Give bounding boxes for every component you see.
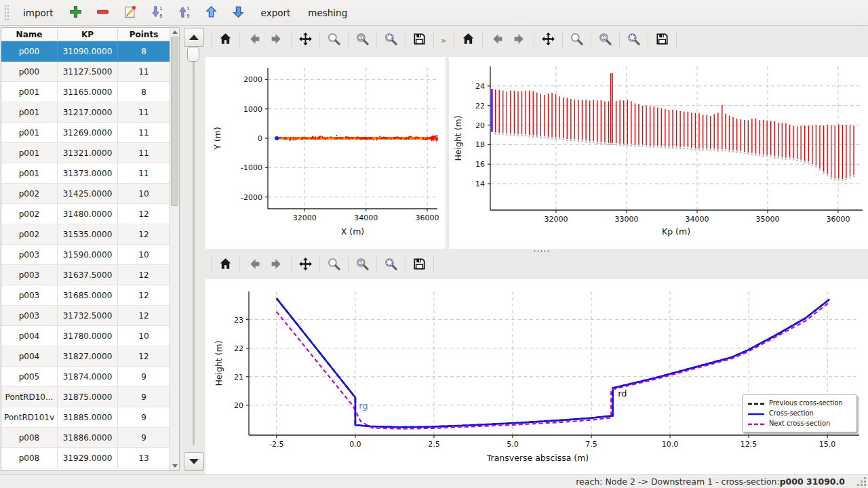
table-row[interactable]: p00131217.000011 [1, 102, 170, 123]
cell-name[interactable]: p003 [1, 265, 58, 285]
table-row[interactable]: p00031090.00008 [1, 41, 170, 62]
profile-chart-canvas[interactable]: 3200033000340003500036000141618202224Kp … [449, 57, 868, 249]
add-cross-section-button[interactable] [66, 3, 86, 23]
zoom-one-button[interactable]: 1 [594, 29, 616, 52]
cell-name[interactable]: p004 [1, 326, 58, 346]
move-down-button[interactable] [229, 3, 249, 23]
meshing-button[interactable]: meshing [302, 5, 353, 21]
next-section-button[interactable] [184, 452, 204, 471]
splitter-handle[interactable] [533, 249, 551, 253]
cell-points[interactable]: 12 [118, 285, 170, 305]
zoom-fit-button[interactable] [380, 29, 402, 52]
cell-kp[interactable]: 31090.0000 [58, 41, 118, 61]
cell-points[interactable]: 9 [118, 428, 170, 447]
cell-name[interactable]: p002 [1, 184, 58, 203]
cell-points[interactable]: 8 [118, 82, 170, 102]
cell-kp[interactable]: 31885.0000 [58, 407, 118, 427]
table-row[interactable]: p00531874.00009 [1, 367, 170, 387]
pan-button[interactable] [294, 29, 317, 52]
table-row[interactable]: PontRD101v31885.00009 [1, 407, 170, 428]
cell-points[interactable]: 11 [118, 123, 170, 142]
cell-kp[interactable]: 31127.5000 [58, 62, 118, 81]
cell-name[interactable]: p003 [1, 245, 58, 264]
cell-name[interactable]: p005 [1, 367, 58, 386]
forward-button[interactable] [509, 29, 531, 52]
cell-name[interactable]: p008 [1, 448, 58, 468]
home-button[interactable] [214, 254, 237, 277]
table-row[interactable]: p00431827.000012 [1, 346, 170, 367]
toolbar-grip[interactable] [4, 4, 9, 22]
cell-name[interactable]: p000 [1, 41, 58, 61]
table-row[interactable]: p00131321.000011 [1, 143, 170, 163]
section-slider-track[interactable] [193, 48, 195, 445]
cell-points[interactable]: 10 [118, 184, 170, 203]
zoom-button[interactable] [323, 254, 345, 277]
cell-points[interactable]: 10 [118, 326, 170, 346]
resize-grip[interactable] [864, 484, 866, 486]
table-row[interactable]: p00231535.000012 [1, 224, 170, 245]
cell-kp[interactable]: 31590.0000 [58, 245, 118, 264]
cell-kp[interactable]: 31217.0000 [58, 102, 118, 122]
forward-button[interactable] [266, 29, 288, 52]
scroll-up-icon[interactable] [170, 28, 179, 36]
cell-kp[interactable]: 31874.0000 [58, 367, 118, 386]
export-button[interactable]: export [256, 5, 296, 21]
table-row[interactable]: p00231425.000010 [1, 184, 170, 204]
toolbar-overflow-button[interactable]: » [437, 35, 450, 45]
table-row[interactable]: p00231480.000012 [1, 204, 170, 224]
cell-name[interactable]: p001 [1, 102, 58, 122]
table-row[interactable]: p00331590.000010 [1, 245, 170, 265]
section-slider-thumb[interactable] [187, 47, 199, 62]
column-header-kp[interactable]: KP [58, 28, 118, 41]
pan-button[interactable] [294, 254, 317, 277]
cell-name[interactable]: p004 [1, 346, 58, 366]
table-scrollbar[interactable] [170, 28, 179, 470]
cell-kp[interactable]: 31929.0000 [58, 448, 118, 468]
cell-kp[interactable]: 31165.0000 [58, 82, 118, 102]
cell-name[interactable]: p001 [1, 123, 58, 142]
cell-points[interactable]: 11 [118, 62, 170, 81]
cell-points[interactable]: 12 [118, 306, 170, 325]
cell-kp[interactable]: 31685.0000 [58, 285, 118, 305]
table-row[interactable]: p00331637.500012 [1, 265, 170, 285]
cell-points[interactable]: 10 [118, 245, 170, 264]
table-row[interactable]: p00031127.500011 [1, 62, 170, 82]
cell-name[interactable]: p001 [1, 143, 58, 163]
column-header-name[interactable]: Name [1, 28, 58, 41]
import-button[interactable]: import [18, 5, 59, 21]
cell-points[interactable]: 13 [118, 448, 170, 468]
cell-kp[interactable]: 31780.0000 [58, 326, 118, 346]
previous-section-button[interactable] [184, 28, 204, 47]
cell-points[interactable]: 11 [118, 163, 170, 183]
cell-points[interactable]: 12 [118, 265, 170, 285]
pan-button[interactable] [537, 29, 559, 52]
cell-kp[interactable]: 31886.0000 [58, 428, 118, 447]
cell-points[interactable]: 12 [118, 346, 170, 366]
cell-name[interactable]: PontRD101v [1, 407, 58, 427]
cell-kp[interactable]: 31827.0000 [58, 346, 118, 366]
cell-points[interactable]: 11 [118, 102, 170, 122]
edit-cross-section-button[interactable] [120, 3, 140, 23]
sort-ascending-button[interactable]: 19 [174, 3, 195, 23]
home-button[interactable] [214, 29, 237, 52]
cell-points[interactable]: 11 [118, 143, 170, 163]
cell-kp[interactable]: 31425.0000 [58, 184, 118, 203]
cell-kp[interactable]: 31535.0000 [58, 224, 118, 244]
table-row[interactable]: p00131269.000011 [1, 123, 170, 143]
table-row[interactable]: p00831886.00009 [1, 428, 170, 448]
back-button[interactable] [243, 254, 265, 277]
save-button[interactable] [651, 29, 673, 52]
zoom-one-button[interactable]: 1 [351, 29, 374, 52]
cell-name[interactable]: p002 [1, 224, 58, 244]
cell-kp[interactable]: 31480.0000 [58, 204, 118, 224]
cell-kp[interactable]: 31269.0000 [58, 123, 118, 142]
cell-name[interactable]: p008 [1, 428, 58, 447]
cell-kp[interactable]: 31875.0000 [58, 387, 118, 407]
cell-points[interactable]: 9 [118, 407, 170, 427]
save-button[interactable] [408, 29, 431, 52]
cell-name[interactable]: p000 [1, 62, 58, 81]
cell-kp[interactable]: 31373.0000 [58, 163, 118, 183]
cell-points[interactable]: 9 [118, 387, 170, 407]
column-header-points[interactable]: Points [118, 28, 170, 41]
zoom-fit-button[interactable] [623, 29, 645, 52]
